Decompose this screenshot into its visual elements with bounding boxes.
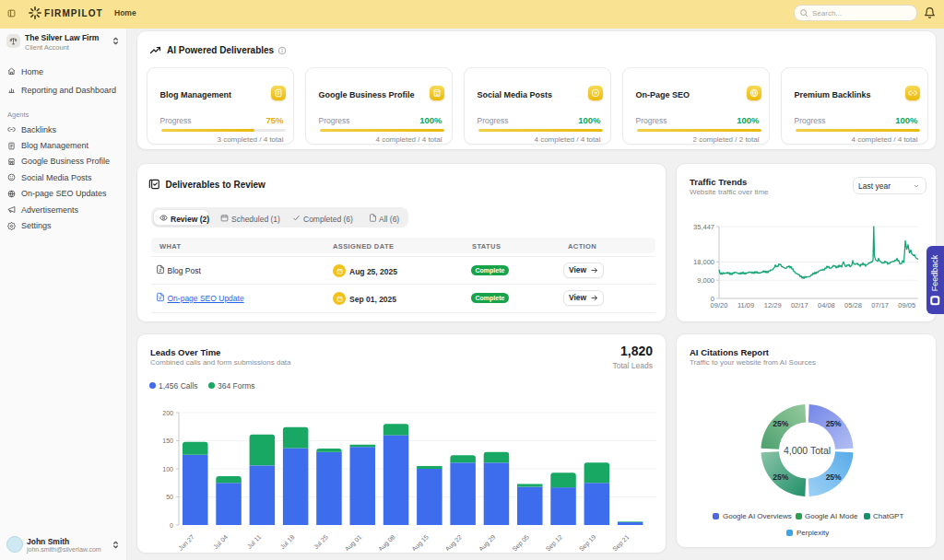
svg-text:Sep 05: Sep 05 [511, 533, 530, 551]
svg-text:04/08: 04/08 [818, 301, 835, 309]
svg-text:25%: 25% [773, 419, 788, 428]
svg-text:25%: 25% [773, 472, 788, 482]
svg-text:Jul 18: Jul 18 [279, 533, 296, 550]
svg-text:150: 150 [162, 438, 173, 444]
svg-text:Jun 27: Jun 27 [177, 533, 195, 551]
svg-text:Aug 15: Aug 15 [410, 533, 430, 551]
svg-text:Sep 19: Sep 19 [578, 533, 597, 551]
svg-text:12/29: 12/29 [764, 301, 782, 309]
svg-text:Jul 04: Jul 04 [212, 533, 229, 550]
svg-text:Aug 29: Aug 29 [478, 533, 497, 551]
svg-text:Jul 25: Jul 25 [313, 533, 329, 550]
svg-text:18,000: 18,000 [693, 258, 714, 266]
svg-text:25%: 25% [826, 472, 842, 482]
svg-text:Aug 22: Aug 22 [444, 533, 464, 551]
svg-text:Jul 11: Jul 11 [246, 533, 263, 550]
svg-text:02/17: 02/17 [791, 301, 808, 309]
svg-text:09/20: 09/20 [711, 301, 728, 309]
svg-text:11/09: 11/09 [738, 301, 754, 309]
svg-text:Sep 12: Sep 12 [545, 533, 564, 551]
svg-text:25%: 25% [826, 419, 842, 428]
svg-text:9,000: 9,000 [697, 276, 714, 285]
svg-text:200: 200 [162, 410, 173, 416]
svg-text:35,447: 35,447 [693, 223, 714, 231]
svg-text:Aug 01: Aug 01 [344, 533, 363, 551]
svg-text:100: 100 [162, 466, 173, 472]
svg-text:0: 0 [170, 522, 173, 529]
svg-text:07/17: 07/17 [871, 301, 889, 309]
svg-text:Aug 08: Aug 08 [377, 533, 396, 551]
svg-text:05/28: 05/28 [844, 301, 862, 309]
svg-text:09/05: 09/05 [898, 301, 915, 309]
svg-text:Sep 21: Sep 21 [611, 533, 631, 551]
svg-text:50: 50 [166, 494, 173, 500]
svg-text:4,000 Total: 4,000 Total [784, 445, 831, 456]
